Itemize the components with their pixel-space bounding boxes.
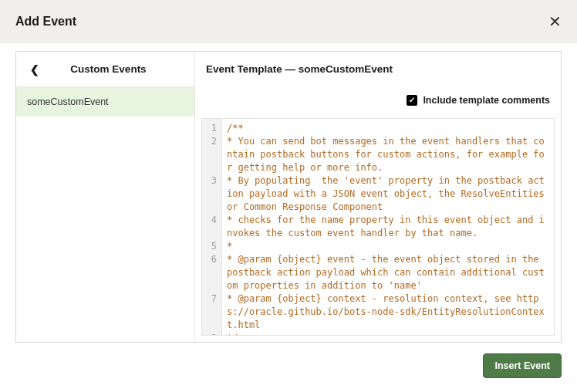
options-row: ✓ Include template comments (195, 87, 561, 118)
content-panel: ❮ Custom Events someCustomEvent Event Te… (15, 51, 562, 343)
close-icon[interactable]: ✕ (548, 12, 562, 31)
check-icon: ✓ (407, 95, 417, 106)
main-pane: Event Template — someCustomEvent ✓ Inclu… (195, 52, 561, 342)
sidebar-item-some-custom-event[interactable]: someCustomEvent (16, 87, 194, 117)
include-comments-label: Include template comments (423, 95, 550, 106)
dialog-body: ❮ Custom Events someCustomEvent Event Te… (0, 43, 577, 343)
dialog-footer: Insert Event (0, 343, 577, 389)
code-editor[interactable]: 123456789 /*** You can send bot messages… (201, 118, 555, 336)
insert-event-button[interactable]: Insert Event (483, 353, 562, 378)
dialog-header: Add Event ✕ (0, 0, 577, 43)
sidebar-title: Custom Events (44, 63, 185, 75)
code-area[interactable]: /*** You can send bot messages in the ev… (222, 119, 554, 335)
include-comments-checkbox[interactable]: ✓ Include template comments (407, 95, 550, 106)
sidebar-item-label: someCustomEvent (27, 96, 109, 107)
chevron-left-icon[interactable]: ❮ (25, 63, 44, 76)
line-gutter: 123456789 (202, 119, 222, 335)
main-title: Event Template — someCustomEvent (195, 52, 561, 87)
sidebar: ❮ Custom Events someCustomEvent (16, 52, 195, 342)
dialog-title: Add Event (15, 15, 76, 29)
sidebar-header: ❮ Custom Events (16, 52, 194, 87)
